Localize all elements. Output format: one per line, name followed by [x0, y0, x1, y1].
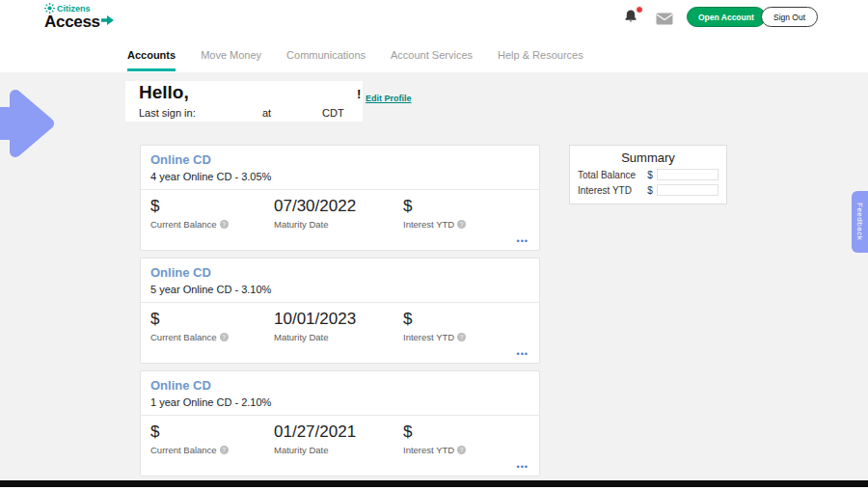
account-card: Online CD 1 year Online CD - 2.10% $ Cur…	[140, 370, 540, 476]
greeting-panel: Hello, Last sign in: at CDT	[125, 81, 363, 122]
summary-row: Total Balance $	[578, 169, 719, 180]
mail-icon	[656, 13, 673, 25]
maturity-date-label: Maturity Date	[274, 445, 356, 455]
interest-ytd-stat: $ Interest YTD?	[403, 197, 466, 230]
logo-arrow-icon	[101, 14, 115, 26]
greeting-hello: Hello,	[139, 82, 189, 103]
summary-title: Summary	[578, 150, 719, 165]
account-title[interactable]: Online CD	[150, 152, 211, 167]
current-balance-label-text: Current Balance	[150, 332, 217, 342]
tab-accounts[interactable]: Accounts	[127, 49, 176, 71]
maturity-date-stat: 10/01/2023 Maturity Date	[274, 310, 356, 342]
brand-name-bottom: Access	[44, 14, 100, 31]
interest-ytd-label: Interest YTD?	[403, 219, 466, 230]
interest-ytd-stat: $ Interest YTD?	[403, 422, 466, 455]
summary-row: Interest YTD $	[578, 184, 719, 196]
summary-panel: Summary Total Balance $ Interest YTD $	[569, 145, 727, 204]
summary-currency: $	[643, 170, 657, 180]
primary-nav: Accounts Move Money Communications Accou…	[0, 37, 868, 72]
account-subtitle: 4 year Online CD - 3.05%	[150, 171, 271, 182]
account-subtitle: 1 year Online CD - 2.10%	[150, 396, 271, 408]
interest-ytd-label-text: Interest YTD	[403, 445, 454, 455]
account-card: Online CD 4 year Online CD - 3.05% $ Cur…	[140, 145, 540, 251]
info-icon[interactable]: ?	[220, 446, 229, 454]
notification-badge	[636, 6, 643, 14]
maturity-date-label: Maturity Date	[274, 219, 356, 230]
feedback-tab[interactable]: Feedback	[852, 191, 868, 253]
open-account-button[interactable]: Open Account	[687, 7, 766, 27]
last-sign-in-row: Last sign in: at CDT	[139, 107, 361, 120]
brand-name-top: Citizens	[57, 4, 91, 14]
card-divider	[141, 415, 539, 416]
edit-profile-link[interactable]: Edit Profile	[366, 94, 412, 103]
account-subtitle: 5 year Online CD - 3.10%	[150, 284, 271, 295]
info-icon[interactable]: ?	[457, 220, 466, 229]
account-title[interactable]: Online CD	[150, 265, 211, 280]
maturity-date-stat: 01/27/2021 Maturity Date	[274, 422, 356, 455]
current-balance-value: $	[150, 422, 229, 442]
card-divider	[141, 302, 539, 303]
interest-ytd-value: $	[403, 422, 466, 442]
citizens-access-logo[interactable]: Citizens Access	[44, 3, 115, 31]
interest-ytd-label-text: Interest YTD	[403, 219, 454, 230]
summary-value-box	[657, 169, 719, 180]
more-options-icon[interactable]: •••	[517, 349, 529, 359]
summary-row-label: Total Balance	[578, 170, 643, 180]
summary-row-label: Interest YTD	[578, 185, 643, 196]
interest-ytd-value: $	[403, 310, 466, 329]
account-card: Online CD 5 year Online CD - 3.10% $ Cur…	[140, 258, 540, 364]
footer-bar	[0, 480, 868, 487]
info-icon[interactable]: ?	[220, 220, 229, 229]
sign-in-at-label: at	[262, 107, 271, 119]
tab-account-services[interactable]: Account Services	[391, 49, 473, 71]
tab-help-resources[interactable]: Help & Resources	[498, 49, 583, 71]
tab-move-money[interactable]: Move Money	[201, 49, 261, 71]
interest-ytd-stat: $ Interest YTD?	[403, 310, 466, 342]
sign-out-button[interactable]: Sign Out	[761, 7, 818, 27]
messages-button[interactable]	[656, 12, 673, 24]
interest-ytd-label: Interest YTD?	[403, 445, 466, 455]
info-icon[interactable]: ?	[457, 333, 466, 341]
accounts-list: Online CD 4 year Online CD - 3.05% $ Cur…	[140, 145, 540, 483]
tab-communications[interactable]: Communications	[286, 49, 366, 71]
top-header: Citizens Access Open Account Sign Out	[0, 0, 868, 37]
current-balance-value: $	[150, 310, 229, 329]
current-balance-label-text: Current Balance	[150, 219, 217, 230]
interest-ytd-label: Interest YTD?	[403, 332, 466, 342]
info-icon[interactable]: ?	[220, 333, 229, 341]
interest-ytd-value: $	[403, 197, 466, 216]
current-balance-label-text: Current Balance	[150, 445, 217, 455]
current-balance-stat: $ Current Balance?	[150, 422, 229, 455]
more-options-icon[interactable]: •••	[517, 236, 529, 246]
maturity-date-value: 07/30/2022	[274, 197, 356, 216]
current-balance-stat: $ Current Balance?	[150, 310, 229, 342]
interest-ytd-label-text: Interest YTD	[403, 332, 454, 342]
more-options-icon[interactable]: •••	[517, 462, 529, 472]
maturity-date-label: Maturity Date	[274, 332, 356, 342]
maturity-date-value: 10/01/2023	[274, 310, 356, 329]
current-balance-value: $	[150, 197, 229, 216]
current-balance-label: Current Balance?	[150, 445, 229, 455]
card-divider	[141, 189, 539, 190]
maturity-date-stat: 07/30/2022 Maturity Date	[274, 197, 356, 230]
account-title[interactable]: Online CD	[150, 378, 211, 393]
current-balance-label: Current Balance?	[150, 332, 229, 342]
current-balance-stat: $ Current Balance?	[150, 197, 229, 230]
decorative-arrow-graphic	[0, 82, 62, 165]
current-balance-label: Current Balance?	[150, 219, 229, 230]
summary-value-box	[657, 184, 719, 196]
sign-in-timezone: CDT	[322, 107, 344, 119]
maturity-date-value: 01/27/2021	[274, 422, 356, 442]
summary-currency: $	[643, 185, 657, 196]
main-content: Hello, Last sign in: at CDT ! Edit Profi…	[0, 72, 868, 479]
profile-alert-icon: !	[357, 87, 361, 101]
info-icon[interactable]: ?	[457, 446, 466, 454]
last-sign-in-label: Last sign in:	[139, 107, 196, 119]
notifications-button[interactable]	[623, 9, 640, 26]
